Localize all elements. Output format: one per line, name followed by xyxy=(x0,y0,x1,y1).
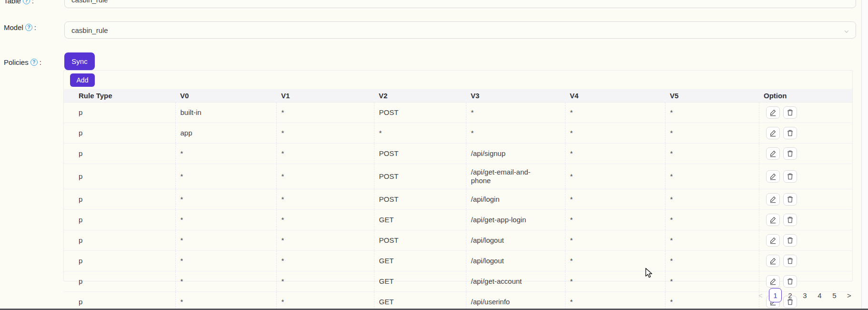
trash-icon xyxy=(787,173,794,180)
edit-button[interactable] xyxy=(766,255,780,267)
cell-option xyxy=(759,250,852,271)
table-row: p * * POST /api/login * * xyxy=(64,189,852,209)
delete-button[interactable] xyxy=(783,147,797,160)
cell-v4: * xyxy=(565,189,665,209)
table-input[interactable]: casbin_rule xyxy=(64,0,856,8)
edit-button[interactable] xyxy=(766,170,780,183)
cell-v2: GET xyxy=(374,250,466,271)
model-field-label: Model ? : xyxy=(4,22,36,32)
next-page-button[interactable]: > xyxy=(843,288,856,302)
cell-rule-type: p xyxy=(64,143,175,164)
delete-button[interactable] xyxy=(783,193,797,206)
table-row: p * * POST /api/get-email-and-phone * * xyxy=(64,164,852,189)
table-header-row: Rule Type V0 V1 V2 V3 V4 V5 Option xyxy=(64,89,852,102)
cell-rule-type: p xyxy=(64,271,175,291)
cell-v1: * xyxy=(276,271,374,291)
cell-v5: * xyxy=(665,189,759,209)
page-button-2[interactable]: 2 xyxy=(784,288,797,302)
edit-button[interactable] xyxy=(766,147,780,160)
policies-table: Rule Type V0 V1 V2 V3 V4 V5 Option p bui… xyxy=(64,89,852,310)
cell-v3: /api/logout xyxy=(466,250,565,271)
column-header-v2: V2 xyxy=(374,89,466,102)
delete-button[interactable] xyxy=(783,106,797,119)
policy-edit-page: Table ? : casbin_rule Model ? : casbin_r… xyxy=(0,0,868,310)
help-icon[interactable]: ? xyxy=(23,0,30,4)
column-header-v5: V5 xyxy=(665,89,759,102)
prev-page-button[interactable]: < xyxy=(754,288,767,302)
cell-v1: * xyxy=(276,164,374,189)
table-row: p app * * * * * xyxy=(64,123,852,143)
cell-v4: * xyxy=(565,143,665,164)
cell-v3: /api/get-email-and-phone xyxy=(466,164,565,189)
help-icon[interactable]: ? xyxy=(25,24,32,31)
cell-v0: built-in xyxy=(175,102,276,123)
cell-v2: POST xyxy=(374,189,466,209)
model-label: Model xyxy=(4,23,23,31)
page-button-4[interactable]: 4 xyxy=(813,288,826,302)
cell-v4: * xyxy=(565,123,665,143)
delete-button[interactable] xyxy=(783,234,797,247)
cell-v0: * xyxy=(175,230,276,250)
cell-v1: * xyxy=(276,143,374,164)
cell-v3: /api/login xyxy=(466,189,565,209)
cell-rule-type: p xyxy=(64,123,175,143)
pencil-icon xyxy=(769,196,777,203)
trash-icon xyxy=(787,237,794,244)
cell-v2: POST xyxy=(374,102,466,123)
cell-v4: * xyxy=(565,230,665,250)
help-icon[interactable]: ? xyxy=(30,59,38,66)
cell-v5: * xyxy=(665,164,759,189)
pencil-icon xyxy=(769,173,777,180)
pencil-icon xyxy=(769,109,777,116)
cell-v4: * xyxy=(565,250,665,271)
column-header-v4: V4 xyxy=(565,89,665,102)
cell-rule-type: p xyxy=(64,291,175,310)
scrollbar[interactable] xyxy=(861,0,868,310)
pencil-icon xyxy=(769,278,777,285)
page-button-1[interactable]: 1 xyxy=(769,288,782,302)
cell-v2: GET xyxy=(374,291,466,310)
edit-button[interactable] xyxy=(766,214,780,226)
cell-v2: GET xyxy=(374,209,466,230)
cell-v4: * xyxy=(565,291,665,310)
cell-v5: * xyxy=(665,102,759,123)
page-button-3[interactable]: 3 xyxy=(798,288,811,302)
page-button-5[interactable]: 5 xyxy=(828,288,841,302)
chevron-down-icon xyxy=(844,28,849,36)
cell-option xyxy=(759,230,852,250)
delete-button[interactable] xyxy=(783,275,797,288)
cell-v1: * xyxy=(276,250,374,271)
trash-icon xyxy=(787,216,794,224)
edit-button[interactable] xyxy=(766,106,780,119)
cell-v0: * xyxy=(175,164,276,189)
model-select[interactable]: casbin_rule xyxy=(64,21,856,39)
cell-v1: * xyxy=(276,209,374,230)
add-button[interactable]: Add xyxy=(70,73,95,87)
delete-button[interactable] xyxy=(783,255,797,267)
cell-v1: * xyxy=(276,291,374,310)
sync-button[interactable]: Sync xyxy=(64,52,95,70)
delete-button[interactable] xyxy=(783,170,797,183)
delete-button[interactable] xyxy=(783,214,797,226)
edit-button[interactable] xyxy=(766,127,780,139)
edit-button[interactable] xyxy=(766,275,780,288)
cell-v5: * xyxy=(665,143,759,164)
cell-v5: * xyxy=(665,209,759,230)
policies-panel: Add Rule Type V0 V1 V2 V3 V4 V5 Option xyxy=(63,70,853,281)
edit-button[interactable] xyxy=(766,193,780,206)
cell-option xyxy=(759,189,852,209)
pencil-icon xyxy=(769,129,777,137)
trash-icon xyxy=(787,278,794,285)
cell-v1: * xyxy=(276,123,374,143)
edit-button[interactable] xyxy=(766,234,780,247)
pencil-icon xyxy=(769,237,777,244)
trash-icon xyxy=(787,196,794,203)
cell-v1: * xyxy=(276,189,374,209)
delete-button[interactable] xyxy=(783,127,797,139)
cell-option xyxy=(759,123,852,143)
cell-v0: * xyxy=(175,209,276,230)
pencil-icon xyxy=(769,150,777,157)
table-row: p * * POST /api/signup * * xyxy=(64,143,852,164)
trash-icon xyxy=(787,109,794,116)
cell-v5: * xyxy=(665,271,759,291)
